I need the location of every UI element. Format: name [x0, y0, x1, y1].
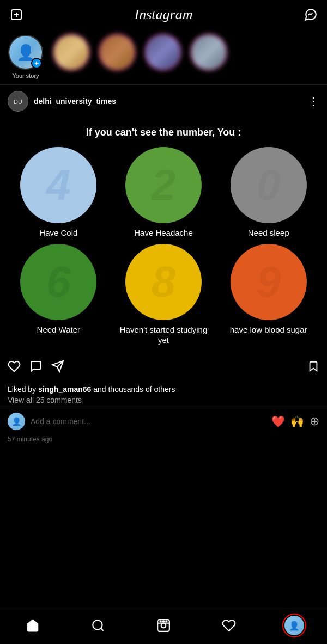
svg-point-13	[163, 621, 164, 622]
nav-search[interactable]	[87, 615, 109, 636]
svg-text:DU: DU	[14, 99, 22, 105]
circle-label-6: have low blood sugar	[230, 324, 307, 335]
post-timestamp: 57 minutes ago	[0, 434, 327, 449]
circle-item-4: 6 Need Water	[9, 244, 108, 346]
circle-item-2: 2 Have Headache	[114, 147, 214, 238]
circle-item-3: 0 Need sleep	[219, 147, 318, 238]
top-bar: Instagram	[0, 0, 327, 29]
svg-point-7	[93, 620, 102, 629]
app-title: Instagram	[135, 7, 193, 23]
likes-rest: and thousands of others	[91, 385, 175, 394]
circle-green: 2	[125, 147, 202, 223]
bottom-nav: 👤	[0, 609, 327, 644]
story-item-1[interactable]	[52, 35, 90, 72]
story-own[interactable]: 👤 + Your story	[7, 35, 45, 79]
new-post-icon[interactable]	[9, 7, 24, 22]
story-avatar-blurred-4	[191, 35, 226, 70]
circle-number-3: 0	[256, 160, 281, 210]
circle-orange: 9	[231, 244, 307, 320]
action-icons-left	[8, 360, 307, 376]
story-item-3[interactable]	[144, 35, 182, 72]
post-likes: Liked by singh_aman66 and thousands of o…	[0, 382, 327, 395]
circle-label-1: Have Cold	[39, 228, 77, 238]
circle-gray: 0	[231, 147, 307, 223]
circle-dkgreen: 6	[20, 244, 96, 320]
circle-item-6: 9 have low blood sugar	[219, 244, 318, 346]
own-story-label: Your story	[12, 72, 39, 79]
nav-home[interactable]	[22, 615, 44, 636]
circle-label-2: Have Headache	[134, 228, 193, 238]
comment-button[interactable]	[29, 360, 43, 376]
add-story-badge: +	[31, 58, 42, 69]
likes-user[interactable]: singh_aman66	[38, 385, 91, 394]
story-avatar-blurred-3	[146, 35, 180, 70]
circle-number-5: 8	[152, 257, 176, 307]
hands-emoji[interactable]: 🙌	[290, 415, 304, 428]
svg-point-12	[160, 621, 161, 622]
circle-number-1: 4	[46, 160, 71, 210]
post-more-button[interactable]: ⋮	[308, 95, 319, 108]
story-avatar-blurred-2	[100, 35, 135, 70]
post-title: If you can't see the number, You :	[0, 122, 327, 147]
story-item-2[interactable]	[98, 35, 136, 72]
comment-emojis: ❤️ 🙌 ⊕	[271, 414, 319, 428]
circle-label-4: Need Water	[37, 324, 80, 335]
svg-point-10	[161, 623, 166, 628]
story-avatar-blurred-1	[54, 35, 89, 70]
view-comments[interactable]: View all 25 comments	[0, 395, 327, 408]
stories-section: 👤 + Your story	[0, 29, 327, 85]
post-image: If you can't see the number, You : 4 Hav…	[0, 117, 327, 354]
bookmark-button[interactable]	[307, 360, 319, 376]
nav-reels[interactable]	[153, 615, 174, 636]
add-emoji-button[interactable]: ⊕	[310, 414, 319, 428]
circle-label-3: Need sleep	[248, 228, 289, 238]
comment-row: 👤 Add a comment... ❤️ 🙌 ⊕	[0, 408, 327, 434]
nav-profile-avatar: 👤	[284, 616, 304, 635]
post-header: DU delhi_university_times ⋮	[0, 85, 327, 117]
circle-number-6: 9	[256, 257, 281, 307]
svg-line-8	[101, 628, 104, 631]
post-actions	[0, 354, 327, 382]
circle-label-5: Haven't started studying yet	[114, 324, 214, 346]
nav-profile[interactable]: 👤	[283, 615, 305, 636]
heart-emoji[interactable]: ❤️	[271, 415, 285, 428]
svg-point-14	[166, 621, 167, 622]
likes-text: Liked by	[8, 385, 38, 394]
circles-grid: 4 Have Cold 2 Have Headache 0 Need sleep…	[0, 147, 327, 354]
circle-item-1: 4 Have Cold	[9, 147, 108, 238]
circle-number-4: 6	[46, 257, 71, 307]
post-username[interactable]: delhi_university_times	[34, 97, 308, 106]
comment-input[interactable]: Add a comment...	[31, 417, 271, 426]
messenger-icon[interactable]	[303, 7, 318, 22]
nav-heart[interactable]	[218, 615, 240, 636]
circle-blue: 4	[20, 147, 96, 223]
share-button[interactable]	[51, 360, 64, 376]
circle-yellow: 8	[125, 244, 202, 320]
circle-item-5: 8 Haven't started studying yet	[114, 244, 214, 346]
like-button[interactable]	[8, 360, 21, 376]
story-item-4[interactable]	[190, 35, 228, 72]
comment-avatar: 👤	[8, 413, 25, 430]
circle-number-2: 2	[152, 160, 176, 210]
post-avatar: DU	[8, 91, 28, 112]
